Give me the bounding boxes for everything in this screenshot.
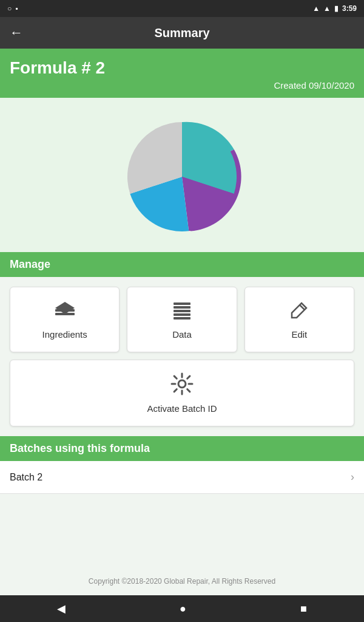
wifi-icon: ▲: [312, 4, 320, 13]
data-label: Data: [172, 329, 192, 340]
bottom-nav-bar: ◀ ● ■: [0, 595, 364, 622]
data-button[interactable]: Data: [127, 287, 237, 352]
nav-square-button[interactable]: ■: [288, 598, 319, 620]
svg-rect-1: [55, 309, 75, 312]
time-display: 3:59: [342, 4, 357, 13]
footer-copyright: Copyright ©2018-2020 Global Repair, All …: [0, 567, 364, 595]
nav-home-button[interactable]: ●: [167, 598, 198, 620]
status-bar-left: ○ ▪: [7, 4, 18, 13]
formula-title: Formula # 2: [10, 58, 354, 78]
battery-icon: ▮: [334, 4, 339, 13]
signal-icon: ▲: [323, 4, 331, 13]
edit-label: Edit: [291, 329, 307, 340]
formula-created: Created 09/10/2020: [10, 80, 354, 91]
status-bar-right: ▲ ▲ ▮ 3:59: [312, 4, 357, 13]
activate-batch-button[interactable]: Activate Batch ID: [10, 360, 354, 426]
batch-list-item[interactable]: Batch 2 ›: [0, 461, 364, 494]
manage-section-header: Manage: [0, 252, 364, 277]
ingredients-label: Ingredients: [42, 329, 87, 340]
circle-icon: ○: [7, 4, 12, 13]
svg-rect-6: [174, 313, 190, 316]
nav-bar: ← Summary: [0, 17, 364, 49]
svg-rect-7: [174, 317, 190, 320]
svg-marker-0: [55, 302, 75, 314]
svg-rect-3: [174, 302, 190, 305]
nav-back-button[interactable]: ◀: [45, 597, 78, 620]
chevron-right-icon: ›: [351, 471, 354, 484]
pie-chart: [121, 116, 243, 238]
back-button[interactable]: ←: [10, 26, 23, 39]
formula-header: Formula # 2 Created 09/10/2020: [0, 49, 364, 98]
ingredients-button[interactable]: Ingredients: [10, 287, 120, 352]
edit-button[interactable]: Edit: [244, 287, 354, 352]
svg-rect-2: [55, 313, 75, 315]
svg-rect-5: [174, 310, 190, 312]
batch-name: Batch 2: [10, 472, 42, 483]
activate-batch-label: Activate Batch ID: [147, 403, 217, 414]
svg-point-9: [178, 380, 186, 388]
chart-area: [0, 98, 364, 252]
gear-icon: [170, 372, 194, 398]
page-title: Summary: [33, 26, 331, 40]
manage-area: Ingredients Data: [0, 277, 364, 436]
status-bar: ○ ▪ ▲ ▲ ▮ 3:59: [0, 0, 364, 17]
battery-status-icon: ▪: [15, 4, 18, 13]
edit-icon: [288, 299, 310, 324]
svg-rect-4: [174, 306, 190, 309]
batches-section-header: Batches using this formula: [0, 436, 364, 461]
data-icon: [171, 299, 193, 324]
batches-area: Batch 2 ›: [0, 461, 364, 567]
layers-icon: [54, 299, 76, 324]
manage-buttons-row: Ingredients Data: [10, 287, 354, 352]
